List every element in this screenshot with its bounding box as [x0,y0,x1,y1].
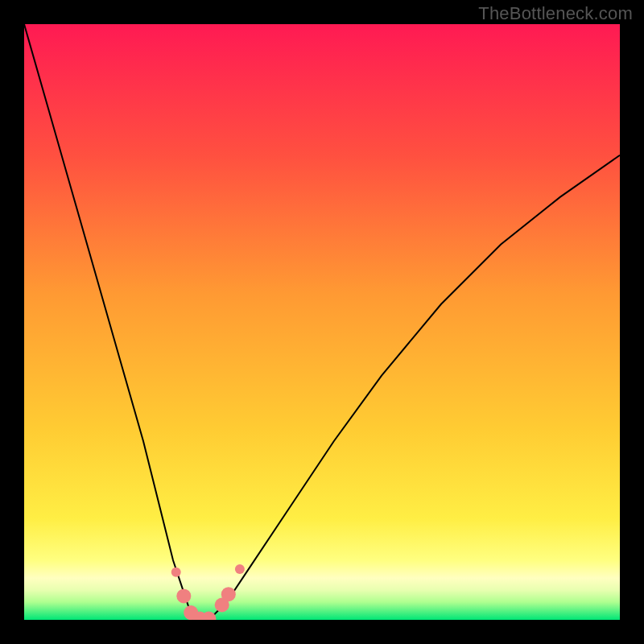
bottleneck-chart [24,24,620,620]
watermark-text: TheBottleneck.com [478,3,633,24]
marker-dot [235,564,245,574]
chart-frame: TheBottleneck.com [0,0,644,644]
marker-dot [171,568,181,577]
marker-dot [176,588,191,603]
marker-dot [221,587,236,601]
gradient-bg [24,24,620,620]
plot-area [24,24,620,620]
